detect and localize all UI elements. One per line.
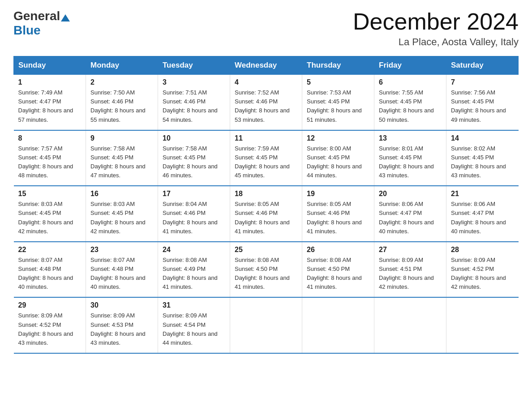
day-info: Sunrise: 8:06 AMSunset: 4:47 PMDaylight:… [451, 200, 514, 236]
weekday-header-row: SundayMondayTuesdayWednesdayThursdayFrid… [14, 56, 519, 75]
calendar-cell: 2Sunrise: 7:50 AMSunset: 4:46 PMDaylight… [86, 75, 158, 130]
day-number: 17 [163, 190, 225, 198]
day-number: 23 [90, 246, 153, 254]
day-number: 1 [18, 78, 82, 86]
day-number: 14 [451, 134, 514, 142]
day-number: 21 [451, 190, 514, 198]
calendar-cell [374, 297, 446, 353]
page-header: General Blue December 2024 La Place, Aos… [13, 9, 519, 48]
location-text: La Place, Aosta Valley, Italy [353, 36, 519, 48]
day-number: 15 [18, 190, 82, 198]
day-info: Sunrise: 8:08 AMSunset: 4:50 PMDaylight:… [307, 256, 369, 292]
weekday-header-friday: Friday [374, 56, 446, 75]
day-info: Sunrise: 8:04 AMSunset: 4:46 PMDaylight:… [163, 200, 225, 236]
calendar-cell: 31Sunrise: 8:09 AMSunset: 4:54 PMDayligh… [158, 297, 230, 353]
day-number: 13 [379, 134, 442, 142]
day-number: 30 [90, 301, 153, 309]
calendar-cell: 25Sunrise: 8:08 AMSunset: 4:50 PMDayligh… [230, 242, 302, 298]
weekday-header-saturday: Saturday [446, 56, 519, 75]
calendar-cell: 26Sunrise: 8:08 AMSunset: 4:50 PMDayligh… [302, 242, 374, 298]
day-number: 2 [90, 78, 153, 86]
calendar-cell [230, 297, 302, 353]
day-info: Sunrise: 8:09 AMSunset: 4:54 PMDaylight:… [163, 311, 225, 347]
day-number: 3 [163, 78, 225, 86]
day-info: Sunrise: 8:01 AMSunset: 4:45 PMDaylight:… [379, 144, 442, 180]
calendar-cell: 12Sunrise: 8:00 AMSunset: 4:45 PMDayligh… [302, 130, 374, 186]
day-number: 12 [307, 134, 369, 142]
calendar-cell: 14Sunrise: 8:02 AMSunset: 4:45 PMDayligh… [446, 130, 519, 186]
calendar-cell: 24Sunrise: 8:08 AMSunset: 4:49 PMDayligh… [158, 242, 230, 298]
logo-blue-text: Blue [13, 23, 41, 38]
day-info: Sunrise: 8:08 AMSunset: 4:50 PMDaylight:… [235, 256, 297, 292]
day-info: Sunrise: 7:56 AMSunset: 4:45 PMDaylight:… [451, 88, 514, 124]
day-info: Sunrise: 8:05 AMSunset: 4:46 PMDaylight:… [235, 200, 297, 236]
day-info: Sunrise: 8:02 AMSunset: 4:45 PMDaylight:… [451, 144, 514, 180]
weekday-header-sunday: Sunday [14, 56, 86, 75]
calendar-week-row: 29Sunrise: 8:09 AMSunset: 4:52 PMDayligh… [14, 297, 519, 353]
calendar-cell [446, 297, 519, 353]
calendar-table: SundayMondayTuesdayWednesdayThursdayFrid… [13, 56, 519, 354]
calendar-week-row: 15Sunrise: 8:03 AMSunset: 4:45 PMDayligh… [14, 186, 519, 242]
month-title: December 2024 [353, 9, 519, 34]
calendar-cell: 19Sunrise: 8:05 AMSunset: 4:46 PMDayligh… [302, 186, 374, 242]
weekday-header-wednesday: Wednesday [230, 56, 302, 75]
calendar-cell: 15Sunrise: 8:03 AMSunset: 4:45 PMDayligh… [14, 186, 86, 242]
day-info: Sunrise: 7:57 AMSunset: 4:45 PMDaylight:… [18, 144, 82, 180]
day-info: Sunrise: 8:07 AMSunset: 4:48 PMDaylight:… [90, 256, 153, 292]
calendar-cell [302, 297, 374, 353]
day-info: Sunrise: 8:06 AMSunset: 4:47 PMDaylight:… [379, 200, 442, 236]
day-info: Sunrise: 8:05 AMSunset: 4:46 PMDaylight:… [307, 200, 369, 236]
day-info: Sunrise: 7:58 AMSunset: 4:45 PMDaylight:… [163, 144, 225, 180]
calendar-cell: 16Sunrise: 8:03 AMSunset: 4:45 PMDayligh… [86, 186, 158, 242]
calendar-cell: 6Sunrise: 7:55 AMSunset: 4:45 PMDaylight… [374, 75, 446, 130]
day-info: Sunrise: 8:09 AMSunset: 4:52 PMDaylight:… [451, 256, 514, 292]
day-info: Sunrise: 8:07 AMSunset: 4:48 PMDaylight:… [18, 256, 82, 292]
calendar-cell: 8Sunrise: 7:57 AMSunset: 4:45 PMDaylight… [14, 130, 86, 186]
weekday-header-monday: Monday [86, 56, 158, 75]
calendar-week-row: 8Sunrise: 7:57 AMSunset: 4:45 PMDaylight… [14, 130, 519, 186]
day-info: Sunrise: 7:59 AMSunset: 4:45 PMDaylight:… [235, 144, 297, 180]
day-info: Sunrise: 7:55 AMSunset: 4:45 PMDaylight:… [379, 88, 442, 124]
day-info: Sunrise: 7:52 AMSunset: 4:46 PMDaylight:… [235, 88, 297, 124]
calendar-cell: 27Sunrise: 8:09 AMSunset: 4:51 PMDayligh… [374, 242, 446, 298]
day-number: 29 [18, 301, 82, 309]
day-number: 19 [307, 190, 369, 198]
logo-general-text: General [13, 9, 60, 23]
calendar-cell: 9Sunrise: 7:58 AMSunset: 4:45 PMDaylight… [86, 130, 158, 186]
day-number: 28 [451, 246, 514, 254]
calendar-week-row: 22Sunrise: 8:07 AMSunset: 4:48 PMDayligh… [14, 242, 519, 298]
day-number: 7 [451, 78, 514, 86]
calendar-cell: 10Sunrise: 7:58 AMSunset: 4:45 PMDayligh… [158, 130, 230, 186]
day-info: Sunrise: 7:58 AMSunset: 4:45 PMDaylight:… [90, 144, 153, 180]
calendar-cell: 7Sunrise: 7:56 AMSunset: 4:45 PMDaylight… [446, 75, 519, 130]
calendar-cell: 28Sunrise: 8:09 AMSunset: 4:52 PMDayligh… [446, 242, 519, 298]
day-number: 10 [163, 134, 225, 142]
calendar-cell: 30Sunrise: 8:09 AMSunset: 4:53 PMDayligh… [86, 297, 158, 353]
day-info: Sunrise: 7:53 AMSunset: 4:45 PMDaylight:… [307, 88, 369, 124]
day-info: Sunrise: 8:03 AMSunset: 4:45 PMDaylight:… [90, 200, 153, 236]
calendar-cell: 23Sunrise: 8:07 AMSunset: 4:48 PMDayligh… [86, 242, 158, 298]
title-block: December 2024 La Place, Aosta Valley, It… [353, 9, 519, 48]
day-info: Sunrise: 7:49 AMSunset: 4:47 PMDaylight:… [18, 88, 82, 124]
weekday-header-thursday: Thursday [302, 56, 374, 75]
calendar-cell: 20Sunrise: 8:06 AMSunset: 4:47 PMDayligh… [374, 186, 446, 242]
day-number: 24 [163, 246, 225, 254]
day-number: 26 [307, 246, 369, 254]
day-number: 6 [379, 78, 442, 86]
calendar-cell: 17Sunrise: 8:04 AMSunset: 4:46 PMDayligh… [158, 186, 230, 242]
day-info: Sunrise: 8:03 AMSunset: 4:45 PMDaylight:… [18, 200, 82, 236]
day-number: 22 [18, 246, 82, 254]
day-number: 27 [379, 246, 442, 254]
calendar-cell: 18Sunrise: 8:05 AMSunset: 4:46 PMDayligh… [230, 186, 302, 242]
day-number: 4 [235, 78, 297, 86]
calendar-cell: 11Sunrise: 7:59 AMSunset: 4:45 PMDayligh… [230, 130, 302, 186]
calendar-cell: 5Sunrise: 7:53 AMSunset: 4:45 PMDaylight… [302, 75, 374, 130]
day-number: 20 [379, 190, 442, 198]
logo-triangle-icon [61, 14, 70, 21]
weekday-header-tuesday: Tuesday [158, 56, 230, 75]
calendar-cell: 29Sunrise: 8:09 AMSunset: 4:52 PMDayligh… [14, 297, 86, 353]
logo: General Blue [13, 9, 71, 38]
day-info: Sunrise: 8:00 AMSunset: 4:45 PMDaylight:… [307, 144, 369, 180]
calendar-cell: 3Sunrise: 7:51 AMSunset: 4:46 PMDaylight… [158, 75, 230, 130]
day-number: 16 [90, 190, 153, 198]
